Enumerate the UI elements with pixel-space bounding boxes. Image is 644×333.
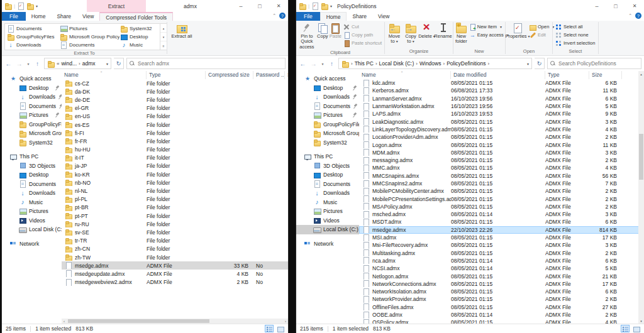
gallery-more-icon[interactable]: ≡	[160, 41, 167, 50]
breadcrumb[interactable]: «wind...›admx ▾	[44, 58, 111, 69]
table-row[interactable]: it-IT File folder	[62, 154, 288, 162]
ribbon-tab[interactable]: View	[372, 12, 395, 21]
table-row[interactable]: Multitasking.admx 08/05/2021 01:15 ADMX …	[359, 249, 644, 257]
sidebar-item[interactable]: Music	[2, 198, 62, 207]
copy-to-button[interactable]: → Copy to	[402, 22, 419, 45]
paste-shortcut-button[interactable]: Paste shortcut	[342, 39, 383, 47]
breadcrumb-segment[interactable]: ›	[351, 61, 353, 67]
table-row[interactable]: Netlogon.admx 08/05/2021 01:15 ADMX File…	[359, 272, 644, 280]
scroll-left-icon[interactable]: ‹	[62, 319, 67, 324]
extract-destination-item[interactable]: Documents	[6, 25, 59, 33]
table-row[interactable]: MMCSnapins.admx 08/05/2021 01:15 ADMX Fi…	[359, 172, 644, 180]
move-to-button[interactable]: ← Move to	[386, 22, 402, 45]
sidebar-item[interactable]: Pictures	[2, 111, 62, 120]
sidebar-item[interactable]: System32	[296, 138, 359, 148]
table-row[interactable]: zh-TW File folder	[62, 253, 288, 261]
refresh-icon[interactable]: ↻	[114, 58, 124, 69]
sidebar-item[interactable]: Documents	[296, 102, 359, 111]
back-button[interactable]: ←	[4, 60, 13, 67]
easy-access-button[interactable]: Easy access	[468, 31, 510, 39]
search-input[interactable]	[138, 60, 282, 67]
extract-destination-item[interactable]: Desktop	[119, 33, 158, 41]
table-row[interactable]: NCSI.admx 08/05/2021 01:14 ADMX File 5 K…	[359, 265, 644, 272]
sidebar-item[interactable]: Music	[296, 198, 359, 207]
table-row[interactable]: msched.admx 08/05/2021 01:14 ADMX File 3…	[359, 210, 644, 218]
breadcrumb[interactable]: ›This PC›Local Disk (C:)›Windows›PolicyD…	[338, 58, 532, 69]
sidebar-item[interactable]: Downloads	[296, 188, 359, 198]
table-row[interactable]: Msi-FileRecovery.admx 08/05/2021 01:15 A…	[359, 241, 644, 249]
table-row[interactable]: ja-JP File folder	[62, 162, 288, 170]
gallery-scroll-down-icon[interactable]: ▾	[160, 33, 167, 41]
ribbon-tab[interactable]: File	[2, 12, 26, 21]
forward-button[interactable]: →	[309, 60, 318, 67]
sidebar-item[interactable]: Videos	[296, 216, 359, 226]
breadcrumb-segment[interactable]: ›	[375, 61, 377, 67]
horizontal-scrollbar[interactable]: ‹ ›	[62, 319, 288, 324]
table-row[interactable]: nl-NL File folder	[62, 187, 288, 195]
minimize-button[interactable]	[587, 0, 606, 12]
collapse-ribbon-icon[interactable]: ⌃	[628, 13, 632, 18]
breadcrumb-segment[interactable]: ›	[416, 61, 418, 67]
breadcrumb-segment[interactable]: This PC	[355, 60, 374, 67]
up-button[interactable]: ↑	[33, 60, 42, 67]
table-row[interactable]: el-GR File folder	[62, 104, 288, 112]
table-row[interactable]: es-ES File folder	[62, 121, 288, 129]
table-row[interactable]: sv-SE File folder	[62, 228, 288, 236]
sidebar-item[interactable]: Downloads	[2, 92, 62, 102]
table-row[interactable]: nb-NO File folder	[62, 178, 288, 187]
maximize-button[interactable]	[250, 0, 269, 12]
invert-selection-button[interactable]: Invert selection	[554, 39, 596, 47]
table-row[interactable]: NetworkProvider.admx 08/05/2021 01:15 AD…	[359, 295, 644, 303]
open-button[interactable]: Open	[528, 23, 555, 31]
ribbon-tab[interactable]: View	[77, 12, 99, 21]
breadcrumb-segment[interactable]: PolicyDefinitions	[447, 60, 486, 67]
extract-destination-item[interactable]: Pictures	[59, 25, 119, 33]
breadcrumb-segment[interactable]: ›	[488, 61, 490, 67]
table-row[interactable]: Logon.admx 08/05/2021 01:15 ADMX File 11…	[359, 141, 644, 148]
table-row[interactable]: msedgeupdate.admx ADMX File 4 KB No	[62, 270, 288, 278]
extract-destination-item[interactable]: Documents	[59, 41, 119, 49]
help-icon[interactable]: ?	[635, 13, 641, 19]
table-row[interactable]: messaging.admx 08/05/2021 01:15 ADMX Fil…	[359, 156, 644, 164]
forward-button[interactable]: →	[15, 60, 23, 67]
table-row[interactable]: msedge.admx 22/10/2023 22:26 ADMX File 8…	[359, 226, 644, 234]
vertical-scrollbar[interactable]: ▴ ▾	[638, 71, 644, 324]
table-row[interactable]: NetworkIsolation.admx 08/05/2021 01:15 A…	[359, 288, 644, 295]
sidebar-item[interactable]: 3D Objects	[2, 161, 62, 171]
ribbon-tab[interactable]: Home	[320, 12, 347, 21]
scroll-up-icon[interactable]: ▴	[638, 71, 644, 77]
column-header-size[interactable]: S	[285, 71, 288, 79]
table-row[interactable]: msedge.admx ADMX File 33 KB No	[62, 261, 288, 270]
sidebar-item[interactable]: GroupPolicyFiles	[296, 120, 359, 129]
paste-button[interactable]: Paste	[329, 22, 342, 39]
scrollbar-thumb[interactable]	[68, 319, 209, 323]
minimize-button[interactable]	[231, 0, 250, 12]
thumbnails-view-button[interactable]	[275, 325, 284, 332]
copy-path-button[interactable]: Copy path	[342, 31, 383, 39]
search-input[interactable]	[558, 60, 638, 67]
ribbon-tab[interactable]: Share	[51, 12, 77, 21]
breadcrumb-segment[interactable]: ›	[79, 61, 80, 67]
column-header-compressed-size[interactable]: Compressed size	[206, 71, 253, 79]
gallery-scroll-up-icon[interactable]: ▴	[160, 24, 167, 33]
table-row[interactable]: MSDT.admx 08/05/2021 01:15 ADMX File 6 K…	[359, 218, 644, 226]
sidebar-item[interactable]: Documents	[296, 180, 359, 189]
table-row[interactable]: LanmanServer.admx 16/10/2023 19:56 ADMX …	[359, 95, 644, 102]
table-row[interactable]: LeakDiagnostic.admx 08/05/2021 01:15 ADM…	[359, 117, 644, 125]
close-button[interactable]	[269, 0, 288, 12]
pin-to-quick-access-button[interactable]: Pin to Quick access	[297, 22, 316, 50]
folder-icon[interactable]	[321, 3, 328, 9]
sidebar-item[interactable]: GroupPolicyFiles	[2, 120, 62, 129]
sidebar-item[interactable]: Quick access	[2, 74, 62, 84]
table-row[interactable]: LinkLayerTopologyDiscovery.admx 08/05/20…	[359, 126, 644, 133]
table-row[interactable]: hu-HU File folder	[62, 146, 288, 154]
back-button[interactable]: ←	[299, 60, 307, 67]
column-header-type[interactable]: Type	[147, 71, 206, 79]
sidebar-item[interactable]: Videos	[2, 216, 62, 226]
scrollbar-thumb[interactable]	[639, 134, 643, 180]
breadcrumb-segment[interactable]: Windows	[419, 60, 441, 67]
column-header-name[interactable]: Name	[62, 71, 147, 79]
table-row[interactable]: MMC.admx 08/05/2021 01:15 ADMX File 4 KB	[359, 164, 644, 172]
column-header-date-modified[interactable]: Date modified	[451, 71, 545, 79]
maximize-button[interactable]	[606, 0, 625, 12]
